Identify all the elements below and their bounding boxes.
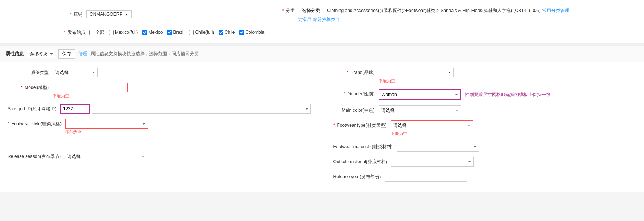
quality-type-content: 请选择	[53, 68, 311, 77]
checkbox-chile-full[interactable]: Chile(full)	[189, 30, 214, 35]
brand-row: * Brand(品牌) 不能为空	[333, 68, 637, 84]
footwear-type-content: 请选择 不能为空	[391, 120, 636, 137]
footwear-style-label: * Footwear style(鞋类风格)	[8, 119, 65, 129]
checkbox-colombia-input[interactable]	[239, 30, 244, 35]
footwear-style-row: * Footwear style(鞋类风格) 不能为空	[8, 119, 311, 135]
model-input[interactable]	[53, 83, 128, 92]
outsole-material-content	[391, 157, 636, 167]
release-year-content	[385, 172, 636, 182]
footwear-materials-select[interactable]	[397, 142, 479, 152]
brand-select[interactable]	[379, 68, 454, 77]
save-button[interactable]: 保存	[58, 49, 75, 59]
checkbox-mexico-input[interactable]	[142, 30, 147, 35]
quality-type-select[interactable]: 请选择	[53, 68, 98, 77]
size-grid-label: Size grid ID(尺寸网格ID)	[8, 104, 60, 112]
select-category-button[interactable]: 选择分类	[298, 6, 324, 15]
main-color-content: 请选择	[379, 105, 637, 115]
outsole-material-label: Outsole material(外底材料)	[333, 157, 391, 165]
footwear-type-row: * Footwear type(鞋类类型) 请选择 不能为空	[333, 120, 637, 137]
main-color-select[interactable]: 请选择	[379, 105, 461, 115]
model-error: 不能为空	[53, 93, 311, 99]
footwear-style-content: 不能为空	[65, 119, 310, 135]
checkbox-all[interactable]: 全部	[89, 29, 104, 36]
footwear-type-select[interactable]: 请选择	[391, 120, 473, 130]
outsole-material-row: Outsole material(外底材料)	[333, 157, 637, 167]
checkbox-mexico-full-input[interactable]	[109, 30, 114, 35]
gender-hint: 性别要跟尺寸网格ID选择的模板上保持一致	[465, 90, 550, 99]
checkbox-chile[interactable]: Chile	[219, 30, 235, 35]
size-grid-select[interactable]	[92, 104, 310, 114]
store-select[interactable]: CNMANGOERP ▼	[86, 10, 132, 18]
brand-content: 不能为空	[379, 68, 637, 84]
size-grid-input[interactable]	[60, 104, 90, 114]
footwear-style-select[interactable]	[65, 119, 148, 129]
release-season-row: Release season(发布季节) 请选择	[8, 152, 311, 161]
release-year-input[interactable]	[385, 172, 467, 182]
footwear-materials-content	[397, 142, 636, 152]
footwear-materials-row: Footwear materials(鞋类材料)	[333, 142, 637, 152]
footwear-style-error: 不能为空	[65, 129, 310, 135]
attributes-header: 属性信息 选择模块 保存 管理 属性信息支持模块快捷选择，选择范围：同店铺同分类	[0, 46, 644, 62]
footwear-materials-label: Footwear materials(鞋类材料)	[333, 142, 397, 150]
store-label: * 店铺	[64, 9, 86, 19]
size-grid-content	[60, 104, 310, 114]
checkbox-chile-input[interactable]	[219, 30, 223, 35]
publish-sites: 全部 Mexico(full) Mexico Brazil Chile(full…	[89, 29, 264, 36]
release-season-label: Release season(发布季节)	[8, 152, 65, 160]
release-season-content: 请选择	[65, 152, 310, 161]
model-content: 不能为空	[53, 83, 311, 99]
gender-select[interactable]: Woman Man Unisex	[379, 90, 460, 99]
publish-label: * 发布站点	[64, 27, 89, 37]
brand-error: 不能为空	[379, 78, 637, 84]
quality-type-label: 质保类型	[8, 68, 53, 77]
release-year-row: Release year(发布年份)	[333, 172, 637, 182]
footwear-type-error: 不能为空	[391, 131, 636, 137]
module-select[interactable]: 选择模块	[27, 50, 55, 58]
main-color-row: Main color(主色) 请选择	[333, 105, 637, 115]
main-color-label: Main color(主色)	[333, 105, 379, 115]
attr-description: 属性信息支持模块快捷选择，选择范围：同店铺同分类	[90, 51, 199, 57]
manage-link[interactable]: 管理	[78, 51, 87, 57]
category-path: Clothing and Accessories(服装和配件)>Footwear…	[327, 6, 540, 15]
common-category-link[interactable]: 常用分类管理	[542, 8, 569, 14]
release-season-select[interactable]: 请选择	[65, 152, 147, 161]
gender-select-wrapper: Woman Man Unisex	[379, 89, 461, 100]
checkbox-colombia[interactable]: Colombia	[239, 30, 264, 35]
checkbox-brazil-input[interactable]	[167, 30, 172, 35]
gender-row: * Gender(性别) Woman Man Unisex 性别要跟尺寸网格ID…	[333, 89, 637, 100]
outsole-material-select[interactable]	[391, 157, 474, 167]
release-year-label: Release year(发布年份)	[333, 172, 385, 180]
model-label: * Model(模型)	[8, 83, 53, 92]
checkbox-mexico[interactable]: Mexico	[142, 30, 163, 35]
attributes-tab: 属性信息	[6, 51, 24, 57]
required-star: *	[70, 12, 72, 17]
category-sub-link[interactable]: 为常用 标题推荐类目	[298, 17, 569, 23]
brand-label: * Brand(品牌)	[333, 68, 379, 77]
quality-type-row: 质保类型 请选择	[8, 68, 311, 77]
gender-content: Woman Man Unisex 性别要跟尺寸网格ID选择的模板上保持一致	[379, 89, 637, 100]
checkbox-all-input[interactable]	[89, 30, 94, 35]
size-grid-row: Size grid ID(尺寸网格ID)	[8, 104, 311, 114]
footwear-type-label: * Footwear type(鞋类类型)	[333, 120, 391, 129]
model-row: * Model(模型) 不能为空	[8, 83, 311, 99]
checkbox-chile-full-input[interactable]	[189, 30, 194, 35]
checkbox-mexico-full[interactable]: Mexico(full)	[109, 30, 138, 35]
gender-label: * Gender(性别)	[333, 89, 379, 99]
checkbox-brazil[interactable]: Brazil	[167, 30, 184, 35]
category-label: * 分类	[282, 6, 295, 15]
